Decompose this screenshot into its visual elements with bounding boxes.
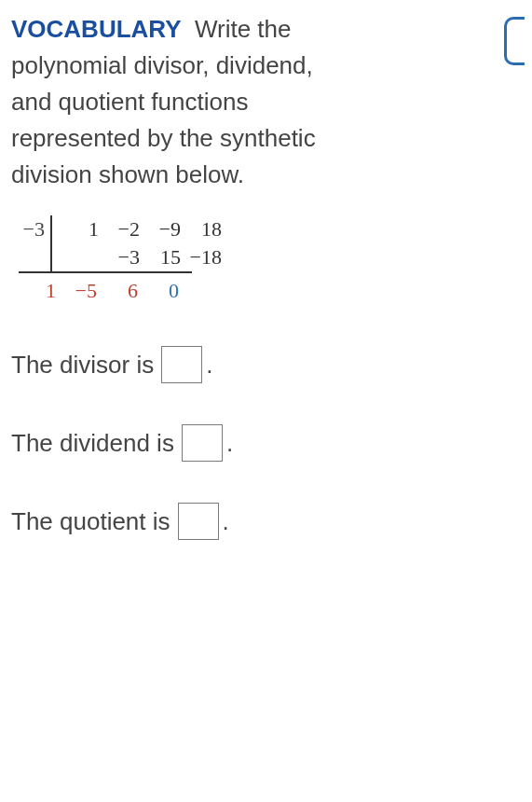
- divisor-label: The divisor is: [11, 351, 154, 380]
- divisor-input[interactable]: [161, 346, 202, 383]
- remainder-cell: 0: [142, 277, 183, 305]
- quotient-label: The quotient is: [11, 507, 171, 536]
- dividend-label: The dividend is: [11, 429, 174, 458]
- synthetic-upper-rows: 1 −2 −9 18 −3 15 −18: [50, 215, 225, 271]
- synthetic-k-value: −3: [11, 215, 50, 242]
- result-coef: 6: [101, 277, 142, 305]
- vocabulary-heading: VOCABULARY: [11, 15, 181, 43]
- divisor-answer-line: The divisor is .: [11, 346, 521, 383]
- page-corner-decor: [504, 17, 525, 65]
- synthetic-row-result: 1 −5 6 0: [19, 271, 192, 305]
- product-cell: −18: [184, 243, 225, 271]
- synthetic-row-products: −3 15 −18: [61, 243, 225, 271]
- quotient-answer-line: The quotient is .: [11, 503, 521, 540]
- dividend-coef: −9: [143, 215, 184, 243]
- product-cell: 15: [143, 243, 184, 271]
- synthetic-division-diagram: −3 1 −2 −9 18 −3 15 −18 1 −5 6 0: [11, 215, 521, 305]
- period-text: .: [206, 351, 212, 380]
- synthetic-row-dividend: 1 −2 −9 18: [61, 215, 225, 243]
- product-cell: [61, 243, 102, 271]
- dividend-coef: −2: [102, 215, 143, 243]
- period-text: .: [226, 429, 233, 458]
- period-text: .: [223, 507, 229, 536]
- dividend-coef: 1: [61, 215, 102, 243]
- dividend-coef: 18: [184, 215, 225, 243]
- result-coef: 1: [19, 277, 60, 305]
- product-cell: −3: [102, 243, 143, 271]
- question-prompt: VOCABULARY Write the polynomial divisor,…: [11, 11, 356, 193]
- quotient-input[interactable]: [178, 503, 219, 540]
- dividend-answer-line: The dividend is .: [11, 424, 521, 462]
- dividend-input[interactable]: [182, 424, 223, 462]
- result-coef: −5: [60, 277, 101, 305]
- synthetic-box: 1 −2 −9 18 −3 15 −18 1 −5 6 0: [50, 215, 225, 305]
